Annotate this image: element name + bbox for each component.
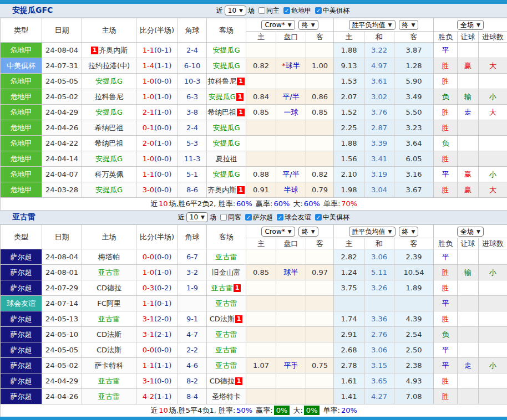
team-name[interactable]: 夏拉祖 xyxy=(216,155,237,163)
team-name[interactable]: 亚古雷 xyxy=(216,346,237,354)
league-checkbox[interactable]: ✓ xyxy=(283,7,290,14)
wdl-result: 平 xyxy=(434,249,458,265)
match-row: 危地甲24-05-02拉科鲁尼1-0(1-0)6-3安提瓜G10.84平/半0.… xyxy=(1,89,507,105)
match-row: 萨尔超24-05-13亚古雷3-1(2-0)9-1CD法斯11.743.364.… xyxy=(1,311,507,327)
odds-final-select[interactable]: 终▼ xyxy=(298,227,318,237)
team-name[interactable]: CD法斯 xyxy=(97,330,121,339)
wdl-result: 胜 xyxy=(434,182,458,198)
team-name[interactable]: 希纳巴祖 xyxy=(95,139,124,147)
league-checkbox[interactable]: ✓ xyxy=(315,214,322,221)
chevron-down-icon: ▼ xyxy=(311,21,315,29)
col-avg-home: 主 xyxy=(334,238,364,249)
team-name[interactable]: 安提瓜G xyxy=(95,155,123,163)
team-name[interactable]: 安提瓜G xyxy=(212,46,240,54)
score-cell: 1-1(0-1) xyxy=(136,296,178,311)
handicap-result xyxy=(458,151,479,167)
recent-count-select[interactable]: 10▼ xyxy=(225,6,246,16)
wdl-result: 胜 xyxy=(434,58,458,74)
team-name[interactable]: 科万英佩 xyxy=(95,170,124,178)
team-name[interactable]: FC阿里 xyxy=(97,299,121,308)
team-name[interactable]: 齐奥内斯 xyxy=(207,186,236,194)
team-name[interactable]: 拉科鲁尼 xyxy=(207,77,236,85)
competition-badge: 危地甲 xyxy=(1,74,42,89)
team-name[interactable]: 拉约拉港(中) xyxy=(88,62,130,70)
team-name[interactable]: 梅塔帕 xyxy=(98,253,120,261)
bookmaker-select[interactable]: Crow*▼ xyxy=(261,20,295,30)
section-yagure: 亚古雷 近10▼场同客✓萨尔超✓球会友谊✓中美俱杯 类型 日期 主场 比分(半场… xyxy=(0,211,507,417)
red-rank-badge: 1 xyxy=(234,284,241,292)
team-name[interactable]: 亚古雷 xyxy=(98,392,120,401)
league-checkbox[interactable]: ✓ xyxy=(245,214,252,221)
col-result: 胜负 xyxy=(434,32,458,43)
away-team-cell: 安提瓜G xyxy=(207,136,246,151)
avg-final-select[interactable]: 终▼ xyxy=(399,227,419,237)
team-name[interactable]: 安提瓜G xyxy=(212,139,240,147)
team-name[interactable]: 萨卡特科 xyxy=(95,361,124,370)
team-name[interactable]: CD法斯 xyxy=(97,346,121,354)
team-name[interactable]: 安提瓜G xyxy=(212,62,240,70)
col-avg-draw: 和 xyxy=(364,32,394,43)
fulltime-score: 1-1 xyxy=(143,361,154,370)
team-name[interactable]: 亚古雷 xyxy=(216,330,237,339)
team-name[interactable]: CD法斯 xyxy=(210,315,235,323)
fulltime-select[interactable]: 全场▼ xyxy=(457,20,484,30)
team-name[interactable]: CD德拉 xyxy=(97,284,121,292)
team-name[interactable]: 亚古雷 xyxy=(216,299,237,308)
avg-away: 4.39 xyxy=(394,311,434,327)
team-name[interactable]: 亚古雷 xyxy=(216,361,237,370)
team-name[interactable]: 希纳巴祖 xyxy=(207,108,236,116)
same-venue-checkbox[interactable] xyxy=(258,7,265,14)
team-name[interactable]: 旧金山富 xyxy=(212,268,241,276)
summary-segment: 60% xyxy=(236,199,252,208)
goals-result: 大 xyxy=(479,182,507,198)
recent-count-select[interactable]: 10▼ xyxy=(186,212,208,222)
chevron-down-icon: ▼ xyxy=(388,228,392,235)
avg-final-select[interactable]: 终▼ xyxy=(399,20,419,30)
team-name[interactable]: 安提瓜G xyxy=(212,124,240,132)
handicap-result xyxy=(458,74,479,89)
away-team-cell: 圣塔特卡 xyxy=(207,389,246,404)
avg-group-header: 胜平负均值▼ 终▼ xyxy=(334,225,434,238)
avg-away: 5.90 xyxy=(394,74,434,89)
team-name[interactable]: 亚古雷 xyxy=(98,315,120,323)
section-header: 亚古雷 近10▼场同客✓萨尔超✓球会友谊✓中美俱杯 xyxy=(0,211,507,224)
odds-away xyxy=(306,327,334,342)
goals-result xyxy=(479,311,507,327)
league-checkbox[interactable]: ✓ xyxy=(315,7,322,14)
team-name[interactable]: 齐奥内斯 xyxy=(99,46,128,54)
avg-away: 1.89 xyxy=(394,280,434,296)
summary-segment: 大: xyxy=(291,199,303,208)
team-name[interactable]: 亚古雷 xyxy=(211,284,233,292)
team-name[interactable]: 希纳巴祖 xyxy=(95,124,124,132)
league-checkbox[interactable]: ✓ xyxy=(277,214,283,221)
team-name[interactable]: 安提瓜G xyxy=(95,108,123,116)
match-row: 危地甲24-04-22希纳巴祖2-0(1-0)5-3安提瓜G1.883.393.… xyxy=(1,136,507,151)
team-name[interactable]: 安提瓜G xyxy=(95,77,123,85)
fulltime-score: 1-0 xyxy=(143,268,154,276)
team-name[interactable]: 亚古雷 xyxy=(98,377,120,385)
match-rows: 危地甲24-08-041齐奥内斯1-1(0-1)2-4安提瓜G1.883.223… xyxy=(1,43,507,198)
avg-select[interactable]: 胜平负均值▼ xyxy=(349,227,396,237)
team-name[interactable]: 圣塔特卡 xyxy=(212,392,241,401)
bookmaker-select[interactable]: Crow*▼ xyxy=(261,227,295,237)
score-cell: 0-3(0-2) xyxy=(136,280,178,296)
team-name[interactable]: 安提瓜G xyxy=(212,170,240,178)
same-venue-checkbox[interactable] xyxy=(220,214,227,221)
team-name[interactable]: 拉科鲁尼 xyxy=(95,93,124,101)
halftime-score: (0-0) xyxy=(154,77,171,85)
fulltime-select[interactable]: 全场▼ xyxy=(457,227,484,237)
team-name[interactable]: CD德拉 xyxy=(210,377,235,385)
fulltime-score: 0-1 xyxy=(143,124,154,132)
matches-table: 类型 日期 主场 比分(半场) 角球 客场 Crow*▼ 终▼ 胜平负均值▼ 终… xyxy=(0,18,507,211)
odds-final-select[interactable]: 终▼ xyxy=(298,20,318,30)
avg-select[interactable]: 胜平负均值▼ xyxy=(349,20,396,30)
team-name[interactable]: 安提瓜G xyxy=(209,93,236,101)
handicap-line xyxy=(276,136,306,151)
team-name[interactable]: 安提瓜G xyxy=(95,186,123,194)
away-team-cell: 拉科鲁尼1 xyxy=(207,74,246,89)
team-name[interactable]: 亚古雷 xyxy=(98,268,120,276)
handicap-text: 一球 xyxy=(284,108,298,116)
team-name[interactable]: 亚古雷 xyxy=(216,253,237,261)
home-team-cell: 梅塔帕 xyxy=(82,249,136,265)
score-cell: 1-0(1-0) xyxy=(136,265,178,280)
